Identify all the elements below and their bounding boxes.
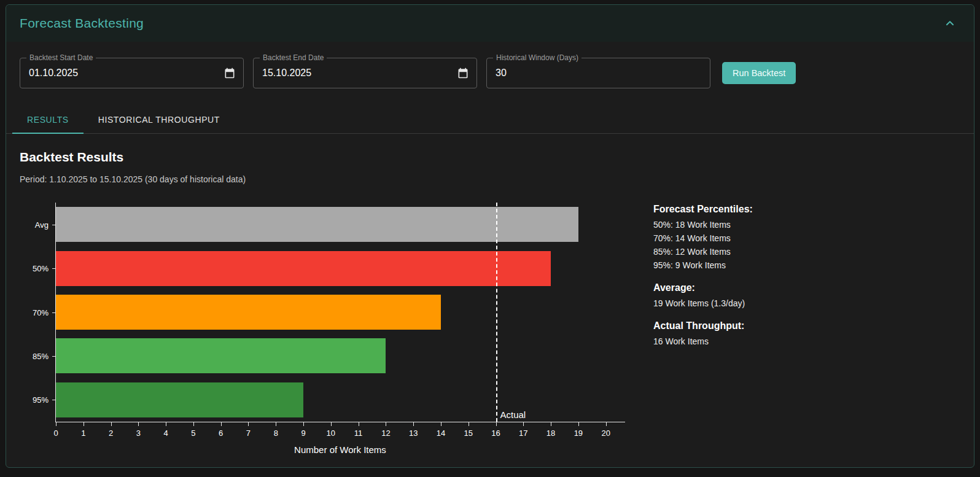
x-tick (441, 422, 441, 426)
x-tick (606, 422, 607, 426)
y-tick (52, 225, 56, 225)
start-date-calendar-icon[interactable] (224, 67, 236, 79)
percentiles-title: Forecast Percentiles: (653, 204, 753, 215)
percentile-50: 50%: 18 Work Items (653, 220, 753, 230)
x-tick-label: 16 (491, 429, 500, 438)
x-tick (193, 422, 194, 426)
bar-50pct (56, 251, 551, 286)
collapse-button[interactable] (939, 13, 960, 34)
x-tick-label: 17 (519, 429, 527, 438)
x-tick-label: 9 (301, 429, 305, 438)
x-tick (551, 422, 551, 426)
run-backtest-button[interactable]: Run Backtest (722, 62, 796, 84)
x-tick (496, 422, 497, 426)
x-tick-label: 10 (327, 429, 335, 438)
actual-line-label: Actual (500, 409, 526, 420)
backtest-form: Backtest Start Date Backtest End Date Hi… (6, 42, 974, 95)
x-tick (359, 422, 359, 426)
percentile-95: 95%: 9 Work Items (653, 260, 753, 270)
tab-results[interactable]: RESULTS (12, 106, 84, 134)
bar-85pct (56, 338, 386, 373)
x-tick-label: 14 (437, 429, 445, 438)
results-content: Backtest Results Period: 1.10.2025 to 15… (6, 134, 974, 467)
y-tick-label: 50% (33, 264, 49, 273)
x-tick (221, 422, 222, 426)
y-tick-label: 70% (33, 308, 49, 317)
bar-95pct (56, 382, 303, 417)
x-tick-label: 1 (81, 429, 85, 438)
actual-throughput-line (496, 203, 497, 422)
start-date-field[interactable]: Backtest Start Date (20, 58, 244, 88)
x-tick (248, 422, 249, 426)
x-tick-label: 11 (354, 429, 363, 438)
x-tick (331, 422, 332, 426)
y-tick (52, 400, 56, 400)
forecast-summary: Forecast Percentiles: 50%: 18 Work Items… (653, 203, 753, 350)
average-title: Average: (653, 282, 753, 293)
average-value: 19 Work Items (1.3/day) (653, 298, 753, 308)
tabs: RESULTS HISTORICAL THROUGHPUT (6, 106, 974, 134)
x-tick (138, 422, 139, 426)
x-axis-label: Number of Work Items (55, 444, 625, 455)
bar-70pct (56, 295, 441, 330)
historical-window-input[interactable] (487, 58, 710, 88)
end-date-label: Backtest End Date (260, 53, 327, 62)
tab-historical-throughput[interactable]: HISTORICAL THROUGHPUT (84, 106, 235, 134)
x-tick (578, 422, 579, 426)
end-date-calendar-icon[interactable] (457, 67, 469, 79)
x-tick (523, 422, 524, 426)
y-tick-label: Avg (35, 220, 49, 229)
x-tick-label: 2 (109, 429, 113, 438)
y-tick (52, 356, 56, 357)
x-tick (386, 422, 386, 426)
panel-header: Forecast Backtesting (6, 5, 974, 42)
x-tick-label: 8 (274, 429, 278, 438)
x-tick (413, 422, 414, 426)
bar-avg (56, 207, 578, 242)
x-tick (84, 422, 84, 426)
bar-chart: Avg50%70%85%95%0123456789101112131415161… (20, 203, 625, 455)
results-period: Period: 1.10.2025 to 15.10.2025 (30 days… (20, 174, 960, 184)
x-tick-label: 19 (574, 429, 583, 438)
historical-window-field[interactable]: Historical Window (Days) (486, 58, 710, 88)
x-tick-label: 6 (219, 429, 223, 438)
y-tick-label: 95% (33, 395, 49, 405)
end-date-field[interactable]: Backtest End Date (253, 58, 477, 88)
results-title: Backtest Results (20, 150, 960, 165)
chart-row: Avg50%70%85%95%0123456789101112131415161… (20, 203, 960, 455)
percentile-85: 85%: 12 Work Items (653, 247, 753, 257)
plot-area: Avg50%70%85%95%0123456789101112131415161… (55, 203, 625, 422)
x-tick (166, 422, 166, 426)
x-tick-label: 5 (191, 429, 195, 438)
x-tick (303, 422, 304, 426)
start-date-label: Backtest Start Date (26, 53, 96, 62)
x-tick-label: 18 (546, 429, 555, 438)
forecast-backtesting-panel: Forecast Backtesting Backtest Start Date… (6, 4, 974, 468)
start-date-input[interactable] (20, 58, 243, 88)
y-tick (52, 268, 56, 269)
actual-throughput-value: 16 Work Items (653, 336, 753, 346)
x-tick-label: 0 (53, 429, 58, 438)
x-tick (56, 422, 56, 426)
x-tick-label: 3 (136, 429, 141, 438)
x-tick-label: 7 (246, 429, 251, 438)
chevron-up-icon (943, 17, 957, 30)
x-tick-label: 15 (464, 429, 473, 438)
historical-window-label: Historical Window (Days) (493, 53, 581, 62)
y-tick (52, 312, 56, 313)
actual-throughput-title: Actual Throughput: (653, 320, 753, 332)
percentile-70: 70%: 14 Work Items (653, 233, 753, 243)
x-tick (111, 422, 112, 426)
x-tick (469, 422, 469, 426)
y-tick-label: 85% (33, 351, 49, 360)
end-date-input[interactable] (254, 58, 476, 88)
x-tick-label: 12 (381, 429, 390, 438)
panel-title: Forecast Backtesting (20, 16, 144, 31)
x-tick-label: 20 (601, 429, 610, 438)
x-tick-label: 4 (164, 429, 168, 438)
x-tick (276, 422, 276, 426)
x-tick-label: 13 (409, 429, 418, 438)
